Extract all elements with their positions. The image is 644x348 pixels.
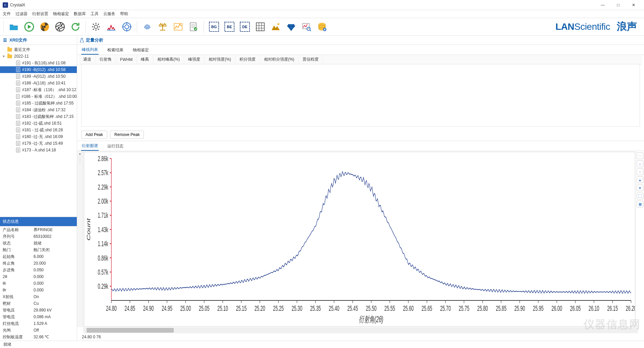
tree-item[interactable]: 最近文件 [0, 46, 77, 53]
menu-3[interactable]: 物相鉴定 [53, 11, 69, 17]
tree-item[interactable]: #182 -过-硫.shd 16:51 [0, 120, 77, 127]
status-row: 状态就绪 [0, 240, 77, 247]
toolbar-aperture-icon[interactable] [53, 20, 67, 33]
toolbar-target-icon[interactable] [120, 20, 133, 33]
toolbar-play-icon[interactable] [22, 20, 36, 33]
status-row: 管电压29.890 kV [0, 307, 77, 314]
toolbar-gear-icon[interactable] [89, 20, 103, 33]
menubar: 文件过滤器衍射设置物相鉴定数据库工具云服务帮助 [0, 10, 644, 18]
tree-item[interactable]: #189 -A(012) .shd 10:50 [0, 73, 77, 80]
tree-item[interactable]: #185 - 过硫酸氢钾.shd 17:55 [0, 100, 77, 107]
window-maximize[interactable]: □ [610, 0, 626, 10]
menu-1[interactable]: 过滤器 [15, 11, 28, 17]
svg-text:25.30: 25.30 [291, 304, 302, 312]
statusbar: 就绪 [0, 341, 644, 348]
toolbar-refresh-icon[interactable] [69, 20, 82, 33]
tree-item[interactable]: #186 - 标准（012） .shd 10:00 [0, 93, 77, 100]
peak-col[interactable]: 积分强度 [235, 55, 260, 64]
chart-gutter-grip-icon[interactable]: ⋮ [77, 157, 83, 163]
svg-point-19 [277, 23, 279, 25]
menu-2[interactable]: 衍射设置 [32, 11, 48, 17]
menu-0[interactable]: 文件 [3, 11, 11, 17]
toolbar: BG BE DE LANScientific浪声 [0, 18, 644, 36]
svg-text:25.45: 25.45 [347, 304, 358, 312]
chart-menu-icon[interactable]: ⋯ [637, 152, 643, 159]
window-titlebar: C CrystalX — □ ✕ [0, 0, 644, 10]
chart-fit-icon[interactable]: ⛶ [637, 193, 643, 199]
menu-7[interactable]: 帮助 [120, 11, 128, 17]
tab-chart-tabs-1[interactable]: 运行日志 [107, 141, 124, 151]
toolbar-fingerprint-icon[interactable] [141, 20, 154, 33]
tab-quant-tabs-2[interactable]: 物相鉴定 [132, 45, 150, 55]
toolbar-bg-icon[interactable]: BG [207, 20, 221, 33]
remove-peak-button[interactable]: Remove Peak [110, 131, 144, 139]
menu-5[interactable]: 工具 [91, 11, 99, 17]
tab-quant-tabs-1[interactable]: 检索结果 [107, 45, 124, 55]
status-row: 灯丝电流1.529 A [0, 320, 77, 327]
chart-down-icon[interactable]: ▼ [637, 185, 643, 191]
peak-col[interactable]: 相对积分强度(%) [260, 55, 299, 64]
peak-col[interactable]: 相对强度(%) [205, 55, 235, 64]
svg-point-11 [194, 27, 197, 30]
svg-text:25.05: 25.05 [199, 304, 210, 312]
tree-item[interactable]: #184 -滤油粉 .shd 17:32 [0, 107, 77, 113]
svg-text:25.70: 25.70 [440, 304, 451, 312]
peak-col[interactable]: 峰强度 [184, 55, 205, 64]
peak-col[interactable]: 峰高 [137, 55, 153, 64]
menu-4[interactable]: 数据库 [74, 11, 86, 17]
toolbar-open-icon[interactable] [7, 20, 20, 33]
svg-text:2.29k: 2.29k [98, 183, 108, 191]
peak-col[interactable]: 置信程度 [299, 55, 323, 64]
diffraction-chart[interactable]: 0.29k0.57k0.86k1.14k1.43k1.71k2.00k2.29k… [84, 152, 635, 327]
chart-hscrollbar[interactable] [83, 327, 638, 333]
peak-col[interactable]: 相对峰高(%) [153, 55, 184, 64]
brand-bold: LAN [555, 21, 574, 32]
tab-quant-tabs-0[interactable]: 峰线列表 [81, 45, 99, 55]
tab-chart-tabs-0[interactable]: 衍射图谱 [81, 141, 99, 151]
svg-text:1.14k: 1.14k [98, 240, 108, 248]
toolbar-de-icon[interactable]: DE [238, 20, 252, 33]
toolbar-mountain-icon[interactable] [269, 20, 282, 33]
tree-item[interactable]: #183 -过硫酸氢钾 .shd 17:15 [0, 113, 77, 120]
toolbar-database-icon[interactable] [315, 20, 329, 33]
chart-up-icon[interactable]: ▲ [637, 177, 643, 183]
peak-col[interactable]: 通道 [79, 55, 96, 64]
chart-zoom-v-icon[interactable]: ↕ [637, 168, 643, 175]
tree-item[interactable]: #180 -过-无 .shd 16:09 [0, 133, 77, 140]
file-tree[interactable]: 最近文件2022-11#191 - B(116).shd 11:08#190 -… [0, 45, 77, 217]
svg-text:25.80: 25.80 [477, 304, 488, 312]
tree-item[interactable]: #190 -B(012) .shd 10:58 [0, 66, 77, 73]
toolbar-gem-icon[interactable] [284, 20, 298, 33]
chart-gutter-collapse-icon[interactable]: ▾ [77, 151, 83, 157]
tree-item[interactable]: #191 - B(116).shd 11:08 [0, 60, 77, 66]
peak-table-body[interactable] [81, 64, 640, 127]
toolbar-chartline-icon[interactable] [171, 20, 185, 33]
tree-item[interactable]: #187 -标准（116） .shd 10:12 [0, 86, 77, 93]
peak-col[interactable]: FWHM [116, 55, 137, 64]
toolbar-radiation-icon[interactable] [38, 20, 51, 33]
brand-logo: LANScientific浪声 [555, 20, 642, 33]
peak-col[interactable]: 衍射角 [96, 55, 116, 64]
tree-item[interactable]: #188 -A(116) .shd 10:41 [0, 80, 77, 86]
tree-item[interactable]: #179 -过-无 .shd 15:49 [0, 140, 77, 147]
toolbar-balance-icon[interactable] [156, 20, 169, 33]
window-minimize[interactable]: — [595, 0, 610, 10]
toolbar-chartsearch-icon[interactable] [300, 20, 313, 33]
tree-item[interactable]: #173 - A.shd 14:18 [0, 147, 77, 153]
svg-text:25.55: 25.55 [384, 304, 395, 312]
window-close[interactable]: ✕ [626, 0, 641, 10]
toolbar-be-icon[interactable]: BE [223, 20, 236, 33]
tree-item[interactable]: #181 - 过-硫.shd 16:28 [0, 127, 77, 133]
toolbar-report-icon[interactable] [187, 20, 200, 33]
svg-text:24.85: 24.85 [124, 304, 135, 312]
svg-text:25.90: 25.90 [514, 304, 525, 312]
toolbar-peaks-icon[interactable] [105, 20, 118, 33]
svg-text:25.10: 25.10 [217, 304, 228, 312]
svg-text:25.15: 25.15 [236, 304, 247, 312]
chart-table-icon[interactable]: ▦ [637, 201, 643, 207]
toolbar-grid-icon[interactable] [254, 20, 267, 33]
menu-6[interactable]: 云服务 [103, 11, 115, 17]
chart-zoom-h-icon[interactable]: ↔ [637, 160, 643, 167]
add-peak-button[interactable]: Add Peak [81, 131, 107, 139]
tree-item[interactable]: 2022-11 [0, 53, 77, 60]
